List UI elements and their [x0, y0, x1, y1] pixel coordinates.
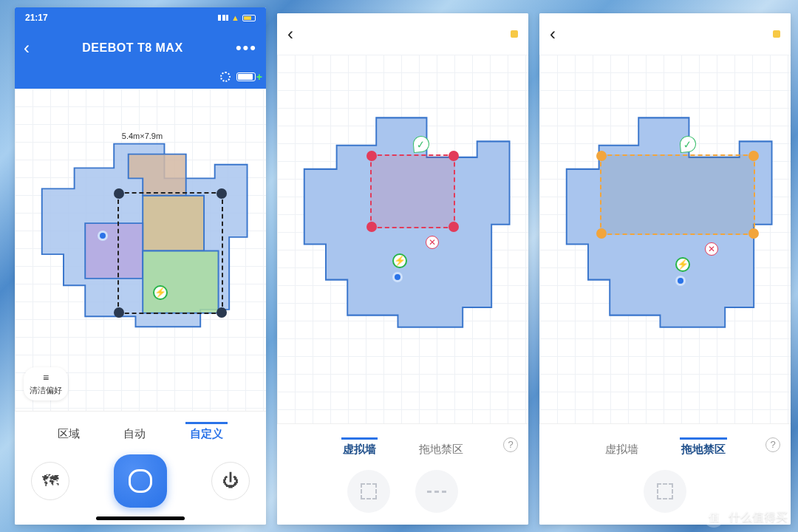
back-button-3[interactable]: ‹	[550, 24, 556, 44]
handle-br[interactable]	[449, 222, 459, 232]
back-button[interactable]: ‹	[24, 38, 30, 58]
handle-tl[interactable]	[366, 151, 377, 161]
handle-tr[interactable]	[748, 151, 759, 161]
handle-br[interactable]	[748, 228, 759, 239]
zone-tabs-3: 虚拟墙 拖地禁区 ?	[539, 430, 791, 470]
phone-2: ‹ ✓ ✕ ⚡ 虚拟墙 拖地禁区 ?	[277, 13, 528, 525]
zone-tabs-2: 虚拟墙 拖地禁区 ?	[277, 430, 528, 470]
virtual-wall-selection[interactable]	[370, 154, 456, 228]
map-manage-button[interactable]: 🗺	[31, 462, 69, 500]
delete-selection-button[interactable]: ✕	[426, 236, 439, 249]
sync-icon	[220, 72, 231, 82]
handle-bl[interactable]	[114, 307, 124, 318]
watermark-text: 什么值得买	[729, 510, 788, 525]
nav-sub	[15, 68, 266, 89]
watermark: 值 什么值得买	[703, 507, 788, 528]
custom-area-selection[interactable]	[117, 192, 223, 315]
header-3: ‹	[539, 13, 791, 55]
tab-area[interactable]: 区域	[53, 422, 84, 444]
robot-position-icon	[675, 276, 686, 286]
signal-icon	[218, 15, 228, 21]
home-indicator	[96, 516, 185, 520]
phone-1: 21:17 ▲ ‹ DEEBOT T8 MAX •••	[15, 7, 266, 525]
handle-tr[interactable]	[449, 151, 459, 161]
handle-tr[interactable]	[216, 188, 227, 199]
add-line-button[interactable]	[415, 470, 458, 513]
add-rect-button[interactable]	[644, 470, 686, 513]
map-canvas-2[interactable]: ✓ ✕ ⚡	[277, 55, 528, 423]
charging-dock-icon: ⚡	[675, 257, 690, 272]
status-right: ▲	[218, 13, 256, 22]
wifi-icon: ▲	[231, 13, 239, 22]
phone-3: ‹ ✓ ✕ ⚡ 虚拟墙 拖地禁区 ?	[539, 13, 791, 525]
handle-tl[interactable]	[596, 151, 607, 161]
robot-battery-icon	[236, 72, 256, 81]
tab-no-mop[interactable]: 拖地禁区	[680, 437, 727, 460]
tab-virtual-wall[interactable]: 虚拟墙	[604, 437, 640, 460]
charging-dock-icon: ⚡	[153, 285, 168, 300]
map-icon: 🗺	[42, 471, 58, 491]
status-dot-3	[773, 30, 780, 38]
nav-bar: ‹ DEEBOT T8 MAX •••	[15, 28, 266, 68]
watermark-badge: 值	[703, 507, 724, 528]
battery-icon	[242, 15, 256, 21]
recharge-button[interactable]: ⏻	[211, 462, 250, 500]
add-rect-button[interactable]	[347, 470, 390, 513]
rect-icon	[657, 483, 673, 499]
status-time: 21:17	[25, 13, 48, 23]
status-bar: 21:17 ▲	[15, 7, 266, 28]
start-clean-button[interactable]	[114, 454, 167, 508]
sliders-icon: ≡	[43, 372, 49, 383]
status-dot-2	[511, 30, 518, 38]
map-canvas-3[interactable]: ✓ ✕ ⚡	[539, 55, 791, 423]
nav-title: DEEBOT T8 MAX	[30, 41, 236, 55]
tab-custom[interactable]: 自定义	[185, 422, 228, 444]
tool-row-2	[277, 470, 528, 513]
help-button[interactable]: ?	[503, 437, 518, 452]
map-canvas-1[interactable]: 5.4m×7.9m ⚡ ≡ 清洁偏好	[15, 89, 266, 411]
back-button-2[interactable]: ‹	[287, 24, 293, 44]
more-button[interactable]: •••	[236, 38, 257, 58]
tab-auto[interactable]: 自动	[119, 422, 150, 444]
help-button[interactable]: ?	[765, 437, 780, 452]
handle-bl[interactable]	[596, 228, 607, 239]
selection-dimensions: 5.4m×7.9m	[120, 131, 164, 141]
line-icon	[427, 491, 446, 493]
handle-br[interactable]	[216, 307, 227, 318]
tab-no-mop[interactable]: 拖地禁区	[417, 437, 465, 460]
cleaning-pref-button[interactable]: ≡ 清洁偏好	[24, 367, 68, 400]
plug-icon: ⏻	[222, 471, 239, 491]
bottom-panel-1: 区域 自动 自定义 🗺 ⏻	[15, 411, 266, 525]
tab-virtual-wall[interactable]: 虚拟墙	[341, 437, 378, 460]
mode-tabs: 区域 自动 自定义	[15, 415, 266, 449]
bottom-panel-2: 虚拟墙 拖地禁区 ?	[277, 423, 528, 525]
handle-tl[interactable]	[114, 188, 124, 199]
rect-icon	[361, 483, 377, 499]
header-2: ‹	[277, 13, 528, 55]
robot-position-icon	[98, 231, 108, 241]
cleaning-pref-label: 清洁偏好	[30, 385, 62, 396]
no-mop-zone-selection[interactable]	[600, 154, 756, 236]
handle-bl[interactable]	[366, 222, 377, 232]
action-row: 🗺 ⏻	[15, 449, 266, 512]
